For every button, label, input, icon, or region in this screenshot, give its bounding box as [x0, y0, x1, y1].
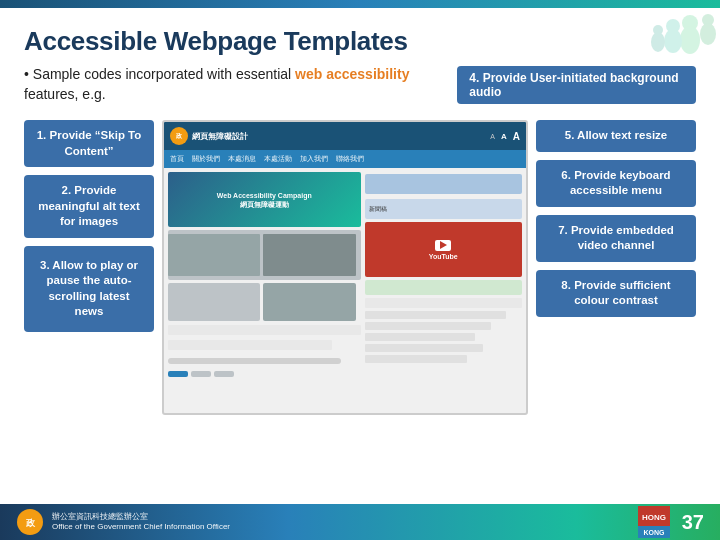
- webpage-left: Web Accessibility Campaign網頁無障礙運動: [168, 172, 361, 409]
- left-column: 1. Provide “Skip To Content” 2. Provide …: [24, 120, 154, 332]
- sidebar-text-3: [365, 333, 475, 341]
- feature-box-5: 5. Allow text resize: [536, 120, 696, 152]
- svg-text:KONG: KONG: [643, 529, 665, 536]
- webpage-banner: Web Accessibility Campaign網頁無障礙運動: [168, 172, 361, 227]
- org-info: 辦公室資訊科技總監辦公室 Office of the Government Ch…: [52, 512, 230, 533]
- sidebar-block-top: [365, 174, 523, 194]
- org-line2: Office of the Government Chief Informati…: [52, 522, 230, 532]
- feature-box-7: 7. Provide embedded video channel: [536, 215, 696, 262]
- webpage-right: 新聞稿 YouTube: [365, 172, 523, 409]
- page-title: Accessible Webpage Templates: [24, 26, 696, 57]
- sidebar-block-links: [365, 298, 523, 308]
- hk-emblem-icon: HONG KONG: [638, 506, 670, 538]
- webpage-header: 政 網頁無障礙設計 A A A: [164, 122, 526, 150]
- layout-row: 1. Provide “Skip To Content” 2. Provide …: [24, 120, 696, 415]
- nav-item-5: 加入我們: [300, 154, 328, 164]
- feature-box-6: 6. Provide keyboard accessible menu: [536, 160, 696, 207]
- callout-box: 4. Provide User-initiated background aud…: [457, 66, 696, 104]
- sidebar-block-mid: [365, 280, 523, 295]
- bottom-bar: 政 辦公室資訊科技總監辦公室 Office of the Government …: [0, 504, 720, 540]
- nav-item-4: 本處活動: [264, 154, 292, 164]
- org-logo-icon: 政: [16, 508, 44, 536]
- webpage-mockup: 政 網頁無障礙設計 A A A 首頁 關於我們 本處消息 本處活動 加入我們: [162, 120, 528, 415]
- feature-box-2: 2. Provide meaningful alt text for image…: [24, 175, 154, 238]
- center-column: 政 網頁無障礙設計 A A A 首頁 關於我們 本處消息 本處活動 加入我們: [162, 120, 528, 415]
- page-number: 37: [682, 511, 704, 534]
- nav-item-6: 聯絡我們: [336, 154, 364, 164]
- org-line1: 辦公室資訊科技總監辦公室: [52, 512, 230, 522]
- top-bar: [0, 0, 720, 8]
- sidebar-text-2: [365, 322, 491, 330]
- right-column: 5. Allow text resize 6. Provide keyboard…: [536, 120, 696, 317]
- nav-item-2: 關於我們: [192, 154, 220, 164]
- webpage-body: Web Accessibility Campaign網頁無障礙運動: [164, 168, 526, 413]
- sidebar-text-1: [365, 311, 507, 319]
- scroll-block: [168, 358, 341, 364]
- webpage-news-img-1: [168, 230, 361, 280]
- text-block-1: [168, 325, 361, 335]
- text-block-2: [168, 340, 332, 350]
- feature-box-1: 1. Provide “Skip To Content”: [24, 120, 154, 167]
- sidebar-text-5: [365, 355, 467, 363]
- main-content: Accessible Webpage Templates • Sample co…: [0, 8, 720, 540]
- webpage-video: YouTube: [365, 222, 523, 277]
- video-label: YouTube: [429, 253, 458, 260]
- nav-item-3: 本處消息: [228, 154, 256, 164]
- webpage-header-text: 網頁無障礙設計: [192, 131, 248, 142]
- nav-item-1: 首頁: [170, 154, 184, 164]
- feature-box-8: 8. Provide sufficient colour contrast: [536, 270, 696, 317]
- sidebar-text-4: [365, 344, 483, 352]
- subtitle: • Sample codes incorporated with essenti…: [24, 65, 437, 104]
- subtitle-row: • Sample codes incorporated with essenti…: [24, 65, 696, 114]
- webpage-nav: 首頁 關於我們 本處消息 本處活動 加入我們 聯絡我們: [164, 150, 526, 168]
- bottom-logo: 政 辦公室資訊科技總監辦公室 Office of the Government …: [16, 508, 230, 536]
- svg-text:政: 政: [25, 518, 36, 528]
- feature-box-3: 3. Allow to play or pause the auto-scrol…: [24, 246, 154, 332]
- svg-text:HONG: HONG: [642, 513, 666, 522]
